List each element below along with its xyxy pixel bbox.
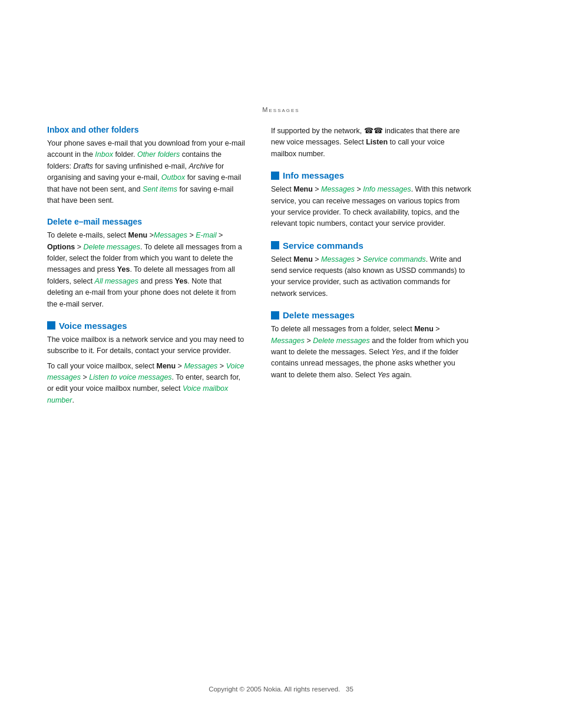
footer-copyright: Copyright © 2005 Nokia. All rights reser… <box>209 686 340 693</box>
header-text: Messages <box>262 106 299 113</box>
section-delete-email: Delete e–mail messages To delete e-mails… <box>47 217 247 310</box>
section-info-messages: Info messages Select Menu > Messages > I… <box>271 170 471 230</box>
blue-square-icon-delete <box>271 311 279 319</box>
footer-page-number: 35 <box>346 686 353 693</box>
voice-messages-label: Voice messages <box>59 321 127 331</box>
page-footer: Copyright © 2005 Nokia. All rights reser… <box>0 686 562 693</box>
section-service-commands: Service commands Select Menu > Messages … <box>271 241 471 300</box>
page: Messages Inbox and other folders Your ph… <box>0 0 562 728</box>
blue-square-icon <box>47 321 55 330</box>
right-intro: If supported by the network, ☎☎ indicate… <box>271 125 471 160</box>
section-body-delete-email: To delete e-mails, select Menu >Messages… <box>47 230 247 310</box>
voicemail-icon: ☎☎ <box>364 125 383 137</box>
section-heading-voice-messages: Voice messages <box>47 321 247 331</box>
section-body-voice-messages: The voice mailbox is a network service a… <box>47 334 247 406</box>
right-column: If supported by the network, ☎☎ indicate… <box>271 125 471 410</box>
section-delete-messages: Delete messages To delete all messages f… <box>271 310 471 381</box>
content-area: Inbox and other folders Your phone saves… <box>0 119 562 433</box>
section-body-info-messages: Select Menu > Messages > Info messages. … <box>271 184 471 230</box>
section-body-inbox: Your phone saves e-mail that you downloa… <box>47 138 247 206</box>
delete-messages-label: Delete messages <box>283 310 355 320</box>
section-heading-service-commands: Service commands <box>271 241 471 251</box>
section-heading-delete-email: Delete e–mail messages <box>47 217 247 226</box>
section-heading-info-messages: Info messages <box>271 170 471 180</box>
left-column: Inbox and other folders Your phone saves… <box>47 125 247 410</box>
section-heading-delete-messages: Delete messages <box>271 310 471 320</box>
info-messages-label: Info messages <box>283 170 344 180</box>
service-commands-label: Service commands <box>283 241 363 251</box>
section-body-service-commands: Select Menu > Messages > Service command… <box>271 254 471 300</box>
section-body-delete-messages: To delete all messages from a folder, se… <box>271 324 471 381</box>
page-header: Messages <box>0 0 562 119</box>
blue-square-icon-info <box>271 172 279 180</box>
section-heading-inbox: Inbox and other folders <box>47 125 247 134</box>
section-voice-messages: Voice messages The voice mailbox is a ne… <box>47 321 247 406</box>
blue-square-icon-service <box>271 241 279 249</box>
section-inbox-folders: Inbox and other folders Your phone saves… <box>47 125 247 206</box>
